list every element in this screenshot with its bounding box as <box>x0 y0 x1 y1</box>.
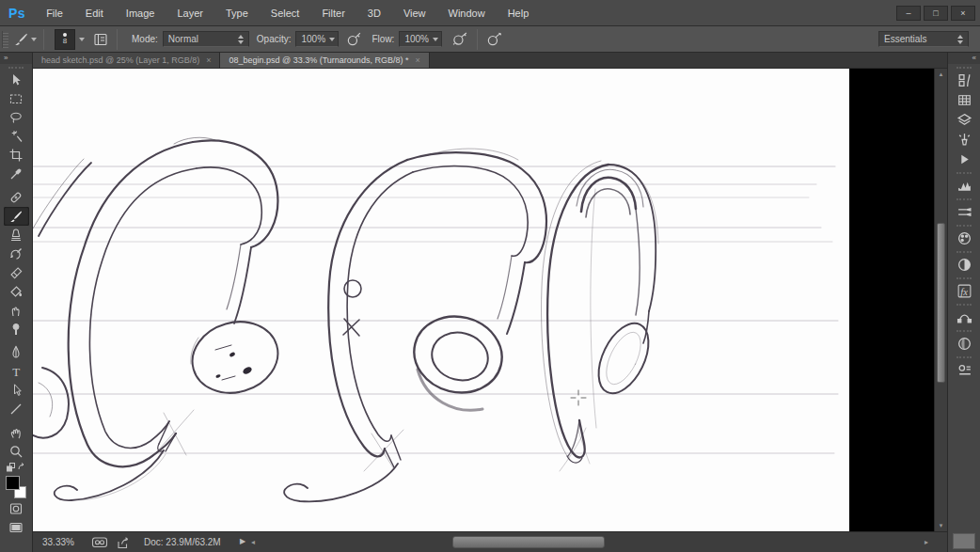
scroll-left-icon[interactable]: ◂ <box>251 538 255 546</box>
line-tool[interactable] <box>4 400 29 418</box>
svg-text:T: T <box>12 365 20 379</box>
maximize-button[interactable]: □ <box>924 6 948 21</box>
mode-value: Normal <box>168 34 230 44</box>
mode-select[interactable]: Normal <box>163 31 249 47</box>
menu-filter[interactable]: Filter <box>310 0 356 25</box>
history-panel-icon[interactable] <box>952 71 977 90</box>
brush-tool[interactable] <box>4 207 29 226</box>
lasso-tool[interactable] <box>4 108 29 127</box>
tool-preset-arrow[interactable] <box>31 38 37 41</box>
clone-stamp-tool[interactable] <box>4 226 29 244</box>
menu-type[interactable]: Type <box>214 0 260 25</box>
menu-file[interactable]: File <box>35 0 74 25</box>
tools-collapse-button[interactable]: » <box>0 53 32 64</box>
tab-08-begin[interactable]: 08_begin.psd @ 33.3% (Turnarounds, RGB/8… <box>220 53 429 68</box>
gradient-tool[interactable] <box>4 282 29 301</box>
adjustments-panel-icon[interactable] <box>952 176 977 196</box>
status-indicator-icon[interactable] <box>91 536 108 548</box>
mode-label: Mode: <box>132 34 158 44</box>
brush-picker-arrow[interactable] <box>79 38 85 41</box>
dock-collapse-button[interactable]: « <box>948 53 980 64</box>
swatches-panel-icon[interactable] <box>952 90 977 110</box>
spot-healing-brush-tool[interactable] <box>4 188 29 207</box>
vertical-scrollbar-thumb[interactable] <box>937 223 945 383</box>
status-flyout-arrow[interactable]: ▶ <box>240 537 245 545</box>
flow-select[interactable]: 100% <box>399 31 442 47</box>
tab-close-icon[interactable]: × <box>206 55 211 65</box>
tab-title: head sketch.psd @ 25% (Layer 1, RGB/8) <box>41 55 199 65</box>
tab-head-sketch[interactable]: head sketch.psd @ 25% (Layer 1, RGB/8) × <box>33 53 220 68</box>
3d-panel-icon[interactable] <box>952 334 977 354</box>
airbrush-icon[interactable] <box>450 31 470 47</box>
quick-mask-icon[interactable] <box>4 499 29 518</box>
brush-tool-icon[interactable] <box>11 31 31 47</box>
type-tool[interactable]: T <box>4 362 29 381</box>
eraser-tool[interactable] <box>4 263 29 282</box>
vertical-scrollbar[interactable]: ▴ ▾ <box>934 69 947 531</box>
menu-layer[interactable]: Layer <box>166 0 214 25</box>
menu-edit[interactable]: Edit <box>74 0 115 25</box>
share-icon[interactable] <box>116 536 130 549</box>
toggle-brush-panel-icon[interactable] <box>91 32 110 47</box>
menu-3d[interactable]: 3D <box>356 0 392 25</box>
scroll-down-icon[interactable]: ▾ <box>935 522 947 529</box>
opacity-label: Opacity: <box>257 34 292 44</box>
menu-select[interactable]: Select <box>260 0 311 25</box>
smudge-tool[interactable] <box>4 301 29 320</box>
document-canvas[interactable] <box>33 69 849 531</box>
opacity-select[interactable]: 100% <box>295 31 339 47</box>
paths-panel-icon[interactable] <box>952 308 977 327</box>
foreground-color-swatch[interactable] <box>6 476 20 490</box>
zoom-tool[interactable] <box>4 442 29 461</box>
hand-tool[interactable] <box>4 423 29 442</box>
history-brush-tool[interactable] <box>4 244 29 263</box>
styles-panel-icon[interactable] <box>952 255 977 275</box>
menu-window[interactable]: Window <box>437 0 497 25</box>
path-selection-tool[interactable] <box>4 381 29 400</box>
pressure-size-icon[interactable] <box>484 31 504 47</box>
rectangular-marquee-tool[interactable] <box>4 89 29 108</box>
layers-panel-icon[interactable] <box>952 110 977 130</box>
separator <box>117 29 118 50</box>
panel-corner-grip[interactable] <box>953 533 975 549</box>
eyedropper-tool[interactable] <box>4 165 29 183</box>
document-tab-bar: head sketch.psd @ 25% (Layer 1, RGB/8) ×… <box>33 53 947 69</box>
color-swatches[interactable] <box>5 475 27 499</box>
opacity-value: 100% <box>301 34 325 44</box>
scroll-right-icon[interactable]: ▸ <box>925 538 928 546</box>
window-controls: – □ × <box>896 6 975 21</box>
tab-close-icon[interactable]: × <box>415 55 419 65</box>
tool-presets-panel-icon[interactable] <box>952 202 977 222</box>
horizontal-scrollbar-thumb[interactable] <box>452 536 605 548</box>
dodge-tool[interactable] <box>4 320 29 339</box>
brush-preset-picker[interactable]: 8 <box>55 29 75 50</box>
scroll-up-icon[interactable]: ▴ <box>935 71 947 78</box>
canvas-pasteboard[interactable] <box>33 69 934 531</box>
quick-selection-tool[interactable] <box>4 127 29 146</box>
move-tool[interactable] <box>4 71 29 89</box>
pen-tool[interactable] <box>4 343 29 362</box>
options-grip[interactable] <box>2 31 8 48</box>
dock-grip[interactable] <box>956 67 972 69</box>
close-button[interactable]: × <box>951 6 975 21</box>
tools-grip[interactable] <box>8 67 24 69</box>
color-panel-icon[interactable] <box>952 229 977 248</box>
layer-styles-fx-panel-icon[interactable]: fx <box>952 281 977 301</box>
default-and-swap-colors-icon[interactable] <box>4 461 29 473</box>
crop-tool[interactable] <box>4 146 29 165</box>
brush-presets-panel-icon[interactable] <box>952 130 977 150</box>
layer-comps-panel-icon[interactable] <box>952 360 977 380</box>
menu-help[interactable]: Help <box>497 0 541 25</box>
pressure-opacity-icon[interactable] <box>344 31 364 47</box>
screen-mode-icon[interactable] <box>4 518 29 537</box>
workspace-select[interactable]: Essentials <box>878 31 969 47</box>
actions-panel-icon[interactable] <box>952 150 977 169</box>
minimize-button[interactable]: – <box>896 6 921 21</box>
menu-view[interactable]: View <box>392 0 437 25</box>
flow-label: Flow: <box>371 34 394 44</box>
sketch-earphone-3 <box>542 161 659 471</box>
brush-size: 8 <box>63 38 67 45</box>
zoom-level-field[interactable]: 33.33% <box>42 537 74 547</box>
menu-image[interactable]: Image <box>115 0 166 25</box>
updown-arrows-icon <box>957 35 963 44</box>
